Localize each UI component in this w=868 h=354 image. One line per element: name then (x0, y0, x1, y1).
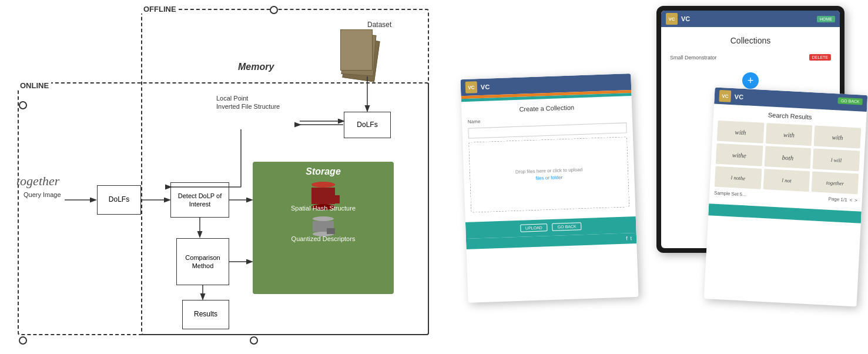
create-collection-page: Create a Collection Name Drop files here… (461, 96, 636, 222)
lp-label: Local Point Inverted File Structure (216, 94, 280, 111)
corner-circle-br (250, 336, 258, 345)
dolfs-left-box: DoLFs (97, 185, 141, 215)
collection-item: Small Demonstrator DELETE (670, 54, 831, 61)
query-image-label: Query Image (24, 191, 61, 198)
storage-box: Storage Spatial Hash Structure Quantized… (253, 162, 394, 294)
corner-circle-bl (19, 336, 27, 345)
delete-btn[interactable]: DELETE (809, 54, 831, 61)
results-box: Results (182, 300, 229, 329)
drop-link: files or folder (535, 175, 562, 181)
upload-btn[interactable]: UPLOAD (520, 223, 548, 232)
result-item[interactable]: l will (813, 148, 860, 171)
twitter-icon: t (630, 235, 632, 241)
detect-dolp-box: Detect DoLP of Interest (170, 182, 229, 218)
result-item[interactable]: with (717, 121, 764, 143)
result-item[interactable]: l nothe (715, 166, 762, 189)
spatial-hash-icon (307, 182, 340, 203)
corner-circle-top (270, 6, 278, 14)
memory-label: Memory (238, 62, 274, 72)
back-title: VC (681, 15, 690, 22)
prev-page-btn[interactable]: < (849, 198, 852, 203)
back-home-btn[interactable]: HOME (817, 16, 835, 22)
pagination-controls: Page 1/1 < > (828, 196, 857, 203)
online-label: ONLINE (18, 81, 51, 90)
back-app-header: VC VC HOME (661, 11, 840, 27)
result-item[interactable]: together (812, 171, 859, 194)
dolfs-top-box: DoLFs (344, 112, 391, 138)
result-item[interactable]: with (765, 123, 812, 146)
result-item[interactable]: withe (716, 143, 763, 166)
screenshots-section: VC VC HOME Collections Small Demonstrato… (458, 0, 868, 354)
go-back-btn-right[interactable]: GO BACK (838, 97, 863, 105)
dataset-label: Dataset (367, 21, 391, 29)
right-logo: VC (719, 90, 731, 102)
result-item[interactable]: with (814, 125, 861, 148)
name-input[interactable] (468, 122, 626, 138)
results-grid: with with with withe both l will l nothe… (715, 121, 862, 195)
collections-title: Collections (670, 36, 831, 45)
facebook-icon: f (626, 235, 628, 241)
offline-label: OFFLINE (141, 5, 179, 14)
search-results-page: Search Results with with with withe both… (709, 103, 867, 208)
query-image-text: together (16, 173, 59, 189)
right-title: VC (735, 93, 744, 101)
drop-text: Drop files here or click to upload files… (515, 166, 583, 183)
add-collection-btn[interactable]: + (742, 72, 759, 89)
result-item[interactable]: l not (763, 169, 810, 192)
mid-logo: VC (465, 81, 478, 93)
screenshot-mid: VC VC Create a Collection Name Drop file… (460, 74, 638, 303)
comparison-method-box: Comparison Method (176, 238, 229, 285)
back-logo: VC (666, 13, 678, 25)
drop-zone[interactable]: Drop files here or click to upload files… (468, 136, 629, 212)
create-title: Create a Collection (467, 102, 626, 114)
go-back-btn-mid[interactable]: GO BACK (552, 222, 582, 231)
result-item[interactable]: both (764, 146, 811, 169)
next-page-btn[interactable]: > (854, 198, 857, 203)
dataset-icon (338, 29, 379, 82)
quantized-desc-icon (311, 216, 335, 234)
corner-circle-tl (19, 101, 27, 109)
mid-title: VC (481, 83, 490, 91)
diagram-section: OFFLINE ONLINE Dataset Memory Local Poin… (0, 0, 458, 354)
screenshot-right: VC VC GO BACK Search Results with with w… (704, 87, 867, 306)
diagram-container: OFFLINE ONLINE Dataset Memory Local Poin… (6, 6, 453, 347)
